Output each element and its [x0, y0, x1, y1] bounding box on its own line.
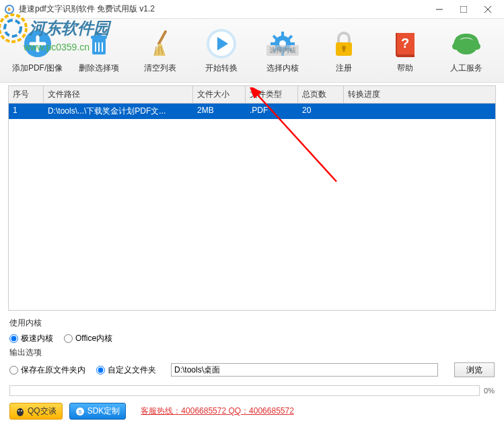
titlebar: 捷速pdf文字识别软件 免费试用版 v1.2 [0, 0, 504, 19]
clear-list-button[interactable]: 清空列表 [130, 28, 190, 74]
register-button[interactable]: 注册 [314, 28, 374, 74]
settings-area: 使用内核 极速内核 Office内核 输出选项 保存在原文件夹内 自定义文件夹 [0, 313, 504, 383]
play-icon [205, 28, 238, 60]
qq-icon [15, 407, 25, 416]
th-progress[interactable]: 转换进度 [344, 86, 495, 103]
svg-line-16 [159, 32, 166, 44]
th-size[interactable]: 文件大小 [193, 86, 246, 103]
broom-icon [144, 28, 176, 60]
bottom-bar: QQ交谈 S SDK定制 客服热线：4006685572 QQ：40066855… [0, 399, 504, 424]
add-pdf-button[interactable]: 添加PDF/图像 [7, 28, 68, 74]
svg-rect-2 [460, 6, 467, 13]
support-button[interactable]: 人工服务 [436, 28, 497, 74]
svg-point-38 [474, 43, 480, 50]
svg-point-40 [17, 408, 24, 416]
minimize-button[interactable] [427, 0, 452, 19]
app-icon [4, 4, 15, 15]
progress-row: 0% [0, 383, 504, 399]
sdk-button[interactable]: S SDK定制 [69, 403, 127, 420]
svg-point-42 [21, 410, 22, 412]
help-button[interactable]: ? 帮助 [375, 28, 435, 74]
sdk-icon: S [75, 407, 85, 416]
svg-rect-26 [271, 42, 276, 45]
th-path[interactable]: 文件路径 [44, 86, 193, 103]
svg-rect-27 [289, 42, 295, 45]
svg-text:S: S [78, 409, 81, 415]
kernel-office-radio[interactable]: Office内核 [64, 333, 112, 344]
svg-rect-24 [281, 32, 284, 37]
kernel-fast-radio[interactable]: 极速内核 [9, 333, 53, 344]
hotline-text[interactable]: 客服热线：4006685572 QQ：4006685572 [141, 405, 293, 417]
trash-icon [83, 28, 115, 60]
output-path-input[interactable] [171, 363, 438, 377]
table-row[interactable]: 1 D:\tools\...\下载奖金计划PDF文... 2MB .PDF 20 [9, 104, 495, 119]
toolbar: 添加PDF/图像 删除选择项 清空列表 开始转换 选择内核 选择内核 [0, 19, 504, 83]
phone-icon [450, 28, 482, 60]
maximize-button[interactable] [452, 0, 476, 19]
output-same-radio[interactable]: 保存在原文件夹内 [9, 364, 85, 376]
browse-button[interactable]: 浏览 [454, 362, 495, 377]
kernel-title: 使用内核 [9, 317, 495, 329]
svg-rect-11 [91, 36, 107, 39]
svg-point-37 [452, 43, 459, 50]
th-index[interactable]: 序号 [9, 86, 44, 103]
select-kernel-button[interactable]: 选择内核 选择内核 [252, 28, 313, 74]
th-type[interactable]: 文件类型 [246, 86, 298, 103]
delete-selected-button[interactable]: 删除选择项 [69, 28, 129, 74]
svg-text:?: ? [401, 36, 409, 50]
svg-rect-34 [343, 48, 345, 52]
close-button[interactable] [476, 0, 500, 19]
table-header: 序号 文件路径 文件大小 文件类型 总页数 转换进度 [9, 86, 495, 104]
progress-bar [9, 385, 480, 396]
start-convert-button[interactable]: 开始转换 [191, 28, 252, 74]
file-table: 序号 文件路径 文件大小 文件类型 总页数 转换进度 1 D:\tools\..… [8, 85, 496, 311]
qq-chat-button[interactable]: QQ交谈 [9, 403, 63, 420]
lock-icon [328, 28, 360, 60]
progress-percent: 0% [484, 387, 495, 395]
output-custom-radio[interactable]: 自定义文件夹 [96, 364, 156, 376]
svg-point-41 [18, 410, 20, 412]
help-icon: ? [389, 28, 421, 60]
th-pages[interactable]: 总页数 [298, 86, 344, 103]
svg-rect-12 [96, 33, 102, 36]
window-title: 捷速pdf文字识别软件 免费试用版 v1.2 [19, 3, 427, 15]
output-title: 输出选项 [9, 347, 495, 358]
plus-icon [22, 28, 54, 60]
